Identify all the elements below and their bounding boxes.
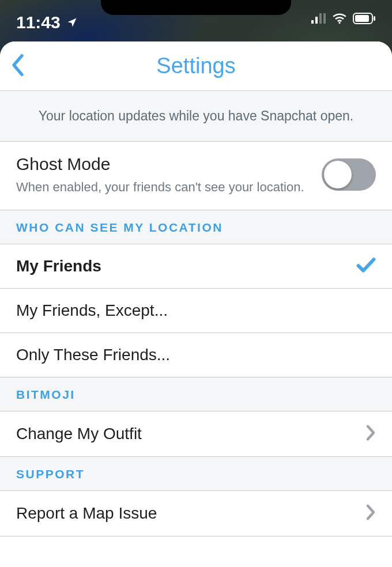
back-button[interactable] xyxy=(10,54,25,79)
option-my-friends-except[interactable]: My Friends, Except... xyxy=(0,289,392,333)
ghost-mode-toggle[interactable] xyxy=(322,158,376,191)
row-label: Report a Map Issue xyxy=(16,504,157,523)
settings-header: Settings xyxy=(0,41,392,90)
section-header-support: SUPPORT xyxy=(0,457,392,491)
ghost-mode-row: Ghost Mode When enabled, your friends ca… xyxy=(0,142,392,210)
checkmark-icon xyxy=(356,257,376,275)
location-arrow-icon xyxy=(66,13,78,32)
battery-icon xyxy=(353,13,376,27)
wifi-icon xyxy=(332,13,347,27)
svg-point-4 xyxy=(338,22,340,24)
location-info-text: Your location updates while you have Sna… xyxy=(0,90,392,142)
option-label: My Friends, Except... xyxy=(16,301,168,320)
option-my-friends[interactable]: My Friends xyxy=(0,244,392,289)
option-only-these-friends[interactable]: Only These Friends... xyxy=(0,333,392,377)
row-label: Change My Outfit xyxy=(16,425,142,443)
svg-rect-1 xyxy=(315,17,318,24)
chevron-right-icon xyxy=(365,504,376,523)
settings-sheet: Settings Your location updates while you… xyxy=(0,41,392,567)
report-map-issue-row[interactable]: Report a Map Issue xyxy=(0,491,392,536)
cellular-icon xyxy=(311,13,326,26)
section-header-who: WHO CAN SEE MY LOCATION xyxy=(0,210,392,244)
svg-rect-2 xyxy=(319,13,322,24)
svg-rect-3 xyxy=(323,13,326,24)
svg-rect-7 xyxy=(374,16,375,21)
change-outfit-row[interactable]: Change My Outfit xyxy=(0,411,392,457)
option-label: My Friends xyxy=(16,257,101,275)
ghost-mode-subtitle: When enabled, your friends can't see you… xyxy=(16,180,304,195)
chevron-right-icon xyxy=(365,424,376,444)
section-header-bitmoji: BITMOJI xyxy=(0,377,392,411)
option-label: Only These Friends... xyxy=(16,346,170,364)
svg-rect-6 xyxy=(355,15,369,22)
status-time: 11:43 xyxy=(16,13,61,32)
svg-rect-0 xyxy=(311,20,314,24)
page-title: Settings xyxy=(156,54,235,78)
status-bar: 11:43 xyxy=(0,0,392,40)
ghost-mode-title: Ghost Mode xyxy=(16,154,304,174)
